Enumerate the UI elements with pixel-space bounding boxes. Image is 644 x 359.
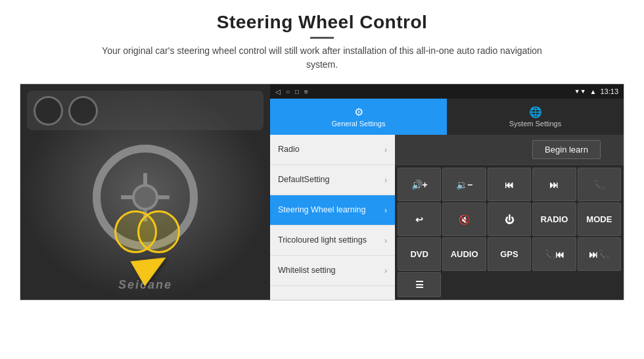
- vol-down-icon: 🔉−: [456, 180, 472, 190]
- btn-cluster-right: [114, 210, 157, 253]
- dashboard: [27, 91, 264, 130]
- nav-icons: ◁ ○ □ ≡: [275, 88, 308, 95]
- nav-back-icon[interactable]: ◁: [275, 88, 281, 95]
- list-button[interactable]: ☰: [398, 272, 441, 297]
- tab-system-label: System Settings: [509, 120, 561, 128]
- head-unit: ◁ ○ □ ≡ ▼▼ ▲ 13:13 ⚙ General Settings: [270, 84, 624, 300]
- nav-menu-icon[interactable]: ≡: [304, 88, 308, 95]
- gps-button[interactable]: GPS: [488, 237, 531, 271]
- vol-down-button[interactable]: 🔉−: [442, 168, 486, 201]
- prev-track-icon: ⏮: [505, 180, 514, 190]
- chevron-steering-icon: ›: [384, 206, 387, 215]
- phone-icon: 📞: [593, 180, 605, 190]
- signal-icon: ▼▼: [574, 88, 586, 95]
- gauge-left: [34, 96, 63, 126]
- dvd-button[interactable]: DVD: [398, 237, 441, 271]
- chevron-default-icon: ›: [384, 176, 387, 185]
- content-area: Seicane ◁ ○ □ ≡ ▼▼ ▲ 13:13: [20, 84, 624, 300]
- menu-tricolour-label: Tricoloured light settings: [278, 235, 367, 245]
- watermark: Seicane: [118, 278, 172, 292]
- power-button[interactable]: ⏻: [488, 203, 531, 236]
- controls-top-row: Begin learn: [395, 135, 624, 165]
- menu-steering-label: Steering Wheel learning: [278, 205, 365, 215]
- tab-bar: ⚙ General Settings 🌐 System Settings: [270, 99, 624, 135]
- begin-learn-button[interactable]: Begin learn: [532, 140, 601, 159]
- clock: 13:13: [600, 87, 618, 95]
- next-track-button[interactable]: ⏭: [532, 168, 576, 201]
- gps-label: GPS: [500, 249, 518, 259]
- tel-next-icon: ⏭📞: [589, 249, 609, 260]
- learn-area: [395, 135, 509, 164]
- menu-list: Radio › DefaultSetting › Steering Wheel …: [270, 135, 395, 300]
- system-settings-icon: 🌐: [529, 106, 542, 118]
- chevron-tricolour-icon: ›: [384, 236, 387, 245]
- controls-grid: 🔊+ 🔉− ⏮ ⏭ 📞: [395, 165, 624, 300]
- power-icon: ⏻: [505, 214, 514, 225]
- general-settings-icon: ⚙: [354, 106, 363, 118]
- chevron-whitelist-icon: ›: [384, 266, 387, 275]
- status-bar: ◁ ○ □ ≡ ▼▼ ▲ 13:13: [270, 84, 624, 99]
- audio-button[interactable]: AUDIO: [442, 237, 486, 271]
- radio-label: RADIO: [540, 214, 568, 224]
- status-right: ▼▼ ▲ 13:13: [574, 87, 618, 95]
- main-panel: Radio › DefaultSetting › Steering Wheel …: [270, 135, 624, 300]
- tel-prev-button[interactable]: 📞⏮: [532, 237, 576, 271]
- arrow-area: [135, 251, 168, 280]
- tel-prev-icon: 📞⏮: [544, 249, 564, 260]
- list-icon: ☰: [415, 279, 424, 290]
- mute-button[interactable]: 🔇: [442, 203, 486, 236]
- menu-item-tricolour[interactable]: Tricoloured light settings ›: [270, 226, 395, 256]
- menu-item-whitelist[interactable]: Whitelist setting ›: [270, 256, 395, 286]
- tel-next-button[interactable]: ⏭📞: [578, 237, 621, 271]
- sw-center: [132, 184, 158, 210]
- steering-wheel: [93, 145, 198, 250]
- vol-up-button[interactable]: 🔊+: [398, 168, 441, 201]
- phone-button[interactable]: 📞: [578, 168, 621, 201]
- menu-item-radio[interactable]: Radio ›: [270, 135, 395, 165]
- call-end-button[interactable]: ↩: [398, 203, 441, 236]
- page-title: Steering Wheel Control: [92, 12, 552, 33]
- tab-general[interactable]: ⚙ General Settings: [270, 99, 447, 135]
- title-divider: [310, 37, 334, 39]
- begin-learn-area: Begin learn: [509, 135, 624, 164]
- controls-panel: Begin learn 🔊+ 🔉− ⏮: [395, 135, 624, 300]
- menu-item-steering[interactable]: Steering Wheel learning ›: [270, 195, 395, 226]
- radio-button[interactable]: RADIO: [532, 203, 576, 236]
- nav-square-icon[interactable]: □: [295, 88, 299, 95]
- nav-home-icon[interactable]: ○: [286, 88, 290, 95]
- chevron-radio-icon: ›: [384, 145, 387, 155]
- tab-system[interactable]: 🌐 System Settings: [447, 99, 624, 135]
- menu-whitelist-label: Whitelist setting: [278, 266, 336, 275]
- mode-label: MODE: [586, 214, 612, 224]
- title-section: Steering Wheel Control Your original car…: [92, 12, 552, 80]
- wifi-icon: ▲: [590, 88, 597, 95]
- call-end-icon: ↩: [415, 214, 423, 225]
- subtitle: Your original car's steering wheel contr…: [92, 44, 552, 72]
- audio-label: AUDIO: [451, 249, 478, 259]
- dvd-label: DVD: [410, 249, 428, 259]
- page-wrapper: Steering Wheel Control Your original car…: [0, 0, 644, 359]
- menu-radio-label: Radio: [278, 145, 300, 155]
- gauge-right: [68, 96, 98, 126]
- menu-item-default[interactable]: DefaultSetting ›: [270, 165, 395, 195]
- prev-track-button[interactable]: ⏮: [488, 168, 531, 201]
- tab-general-label: General Settings: [332, 120, 386, 128]
- vol-up-icon: 🔊+: [411, 180, 428, 190]
- next-track-icon: ⏭: [549, 180, 559, 190]
- car-image: Seicane: [20, 84, 270, 300]
- mute-icon: 🔇: [459, 214, 470, 225]
- menu-default-label: DefaultSetting: [278, 175, 330, 185]
- mode-button[interactable]: MODE: [578, 203, 621, 236]
